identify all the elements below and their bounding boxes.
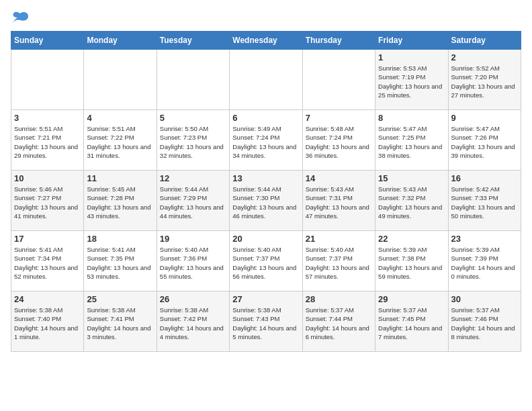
day-number: 25 — [87, 294, 153, 304]
day-number: 28 — [306, 294, 372, 304]
calendar-cell: 28Sunrise: 5:37 AM Sunset: 7:44 PM Dayli… — [302, 291, 375, 352]
day-info: Sunrise: 5:45 AM Sunset: 7:28 PM Dayligh… — [87, 185, 153, 220]
day-number: 13 — [232, 173, 299, 183]
calendar-cell: 14Sunrise: 5:43 AM Sunset: 7:31 PM Dayli… — [302, 171, 375, 231]
day-info: Sunrise: 5:40 AM Sunset: 7:36 PM Dayligh… — [160, 245, 226, 281]
calendar-table: SundayMondayTuesdayWednesdayThursdayFrid… — [11, 31, 521, 352]
calendar-cell: 21Sunrise: 5:40 AM Sunset: 7:37 PM Dayli… — [302, 231, 375, 291]
day-info: Sunrise: 5:44 AM Sunset: 7:30 PM Dayligh… — [232, 185, 299, 220]
day-number: 10 — [14, 173, 81, 183]
day-number: 30 — [451, 294, 518, 304]
day-number: 4 — [87, 113, 153, 123]
column-header-tuesday: Tuesday — [157, 32, 229, 50]
day-info: Sunrise: 5:41 AM Sunset: 7:34 PM Dayligh… — [14, 245, 81, 281]
calendar-cell: 16Sunrise: 5:42 AM Sunset: 7:33 PM Dayli… — [448, 171, 521, 231]
week-row-1: 1Sunrise: 5:53 AM Sunset: 7:19 PM Daylig… — [11, 50, 521, 110]
day-number: 18 — [87, 234, 153, 244]
day-info: Sunrise: 5:44 AM Sunset: 7:29 PM Dayligh… — [160, 185, 226, 220]
calendar-cell: 30Sunrise: 5:37 AM Sunset: 7:46 PM Dayli… — [448, 291, 521, 352]
day-number: 11 — [87, 173, 153, 183]
day-info: Sunrise: 5:37 AM Sunset: 7:45 PM Dayligh… — [378, 306, 445, 341]
calendar-cell: 13Sunrise: 5:44 AM Sunset: 7:30 PM Dayli… — [230, 171, 302, 231]
calendar-cell: 12Sunrise: 5:44 AM Sunset: 7:29 PM Dayli… — [157, 171, 229, 231]
day-number: 29 — [378, 294, 445, 304]
calendar-cell: 15Sunrise: 5:43 AM Sunset: 7:32 PM Dayli… — [375, 171, 448, 231]
column-header-wednesday: Wednesday — [230, 32, 302, 50]
day-info: Sunrise: 5:37 AM Sunset: 7:46 PM Dayligh… — [451, 306, 518, 341]
column-header-saturday: Saturday — [448, 32, 521, 50]
day-number: 26 — [160, 294, 226, 304]
day-number: 5 — [160, 113, 226, 123]
day-number: 8 — [378, 113, 445, 123]
calendar-cell: 20Sunrise: 5:40 AM Sunset: 7:37 PM Dayli… — [230, 231, 302, 291]
day-number: 2 — [451, 52, 518, 62]
calendar-cell: 29Sunrise: 5:37 AM Sunset: 7:45 PM Dayli… — [375, 291, 448, 352]
day-number: 19 — [160, 234, 226, 244]
calendar-cell: 26Sunrise: 5:38 AM Sunset: 7:42 PM Dayli… — [157, 291, 229, 352]
day-info: Sunrise: 5:46 AM Sunset: 7:27 PM Dayligh… — [14, 185, 81, 220]
day-info: Sunrise: 5:53 AM Sunset: 7:19 PM Dayligh… — [378, 64, 445, 99]
calendar-cell — [302, 50, 375, 110]
calendar-cell: 11Sunrise: 5:45 AM Sunset: 7:28 PM Dayli… — [84, 171, 157, 231]
day-number: 27 — [232, 294, 299, 304]
calendar-cell: 23Sunrise: 5:39 AM Sunset: 7:39 PM Dayli… — [448, 231, 521, 291]
week-row-4: 17Sunrise: 5:41 AM Sunset: 7:34 PM Dayli… — [11, 231, 521, 291]
logo — [11, 11, 32, 26]
day-number: 14 — [306, 173, 372, 183]
logo-bird-icon — [11, 11, 30, 26]
day-number: 22 — [378, 234, 445, 244]
day-info: Sunrise: 5:40 AM Sunset: 7:37 PM Dayligh… — [306, 245, 372, 281]
day-info: Sunrise: 5:38 AM Sunset: 7:40 PM Dayligh… — [14, 306, 81, 341]
day-number: 24 — [14, 294, 81, 304]
day-info: Sunrise: 5:39 AM Sunset: 7:38 PM Dayligh… — [378, 245, 445, 281]
calendar-cell — [84, 50, 157, 110]
calendar-cell: 7Sunrise: 5:48 AM Sunset: 7:24 PM Daylig… — [302, 110, 375, 171]
header — [11, 11, 521, 26]
day-info: Sunrise: 5:38 AM Sunset: 7:42 PM Dayligh… — [160, 306, 226, 341]
day-info: Sunrise: 5:48 AM Sunset: 7:24 PM Dayligh… — [306, 124, 372, 160]
calendar-cell — [11, 50, 84, 110]
day-number: 9 — [451, 113, 518, 123]
day-number: 1 — [378, 52, 445, 62]
day-info: Sunrise: 5:49 AM Sunset: 7:24 PM Dayligh… — [232, 124, 299, 160]
day-number: 23 — [451, 234, 518, 244]
day-info: Sunrise: 5:47 AM Sunset: 7:25 PM Dayligh… — [378, 124, 445, 160]
day-number: 3 — [14, 113, 81, 123]
day-info: Sunrise: 5:38 AM Sunset: 7:41 PM Dayligh… — [87, 306, 153, 341]
calendar-cell: 24Sunrise: 5:38 AM Sunset: 7:40 PM Dayli… — [11, 291, 84, 352]
day-number: 16 — [451, 173, 518, 183]
day-info: Sunrise: 5:38 AM Sunset: 7:43 PM Dayligh… — [232, 306, 299, 341]
week-row-2: 3Sunrise: 5:51 AM Sunset: 7:21 PM Daylig… — [11, 110, 521, 171]
week-row-3: 10Sunrise: 5:46 AM Sunset: 7:27 PM Dayli… — [11, 171, 521, 231]
calendar-cell — [157, 50, 229, 110]
day-info: Sunrise: 5:51 AM Sunset: 7:21 PM Dayligh… — [14, 124, 81, 160]
day-number: 15 — [378, 173, 445, 183]
day-info: Sunrise: 5:50 AM Sunset: 7:23 PM Dayligh… — [160, 124, 226, 160]
day-info: Sunrise: 5:43 AM Sunset: 7:32 PM Dayligh… — [378, 185, 445, 220]
calendar-cell: 3Sunrise: 5:51 AM Sunset: 7:21 PM Daylig… — [11, 110, 84, 171]
day-info: Sunrise: 5:39 AM Sunset: 7:39 PM Dayligh… — [451, 245, 518, 281]
calendar-cell: 9Sunrise: 5:47 AM Sunset: 7:26 PM Daylig… — [448, 110, 521, 171]
column-header-friday: Friday — [375, 32, 448, 50]
day-number: 21 — [306, 234, 372, 244]
day-info: Sunrise: 5:40 AM Sunset: 7:37 PM Dayligh… — [232, 245, 299, 281]
calendar-cell — [230, 50, 302, 110]
day-number: 20 — [232, 234, 299, 244]
calendar-header-row: SundayMondayTuesdayWednesdayThursdayFrid… — [11, 32, 521, 50]
day-number: 6 — [232, 113, 299, 123]
day-info: Sunrise: 5:42 AM Sunset: 7:33 PM Dayligh… — [451, 185, 518, 220]
day-number: 17 — [14, 234, 81, 244]
calendar-cell: 25Sunrise: 5:38 AM Sunset: 7:41 PM Dayli… — [84, 291, 157, 352]
day-number: 12 — [160, 173, 226, 183]
day-info: Sunrise: 5:37 AM Sunset: 7:44 PM Dayligh… — [306, 306, 372, 341]
day-info: Sunrise: 5:41 AM Sunset: 7:35 PM Dayligh… — [87, 245, 153, 281]
calendar-cell: 22Sunrise: 5:39 AM Sunset: 7:38 PM Dayli… — [375, 231, 448, 291]
calendar-cell: 1Sunrise: 5:53 AM Sunset: 7:19 PM Daylig… — [375, 50, 448, 110]
calendar-cell: 8Sunrise: 5:47 AM Sunset: 7:25 PM Daylig… — [375, 110, 448, 171]
day-info: Sunrise: 5:43 AM Sunset: 7:31 PM Dayligh… — [306, 185, 372, 220]
calendar-cell: 18Sunrise: 5:41 AM Sunset: 7:35 PM Dayli… — [84, 231, 157, 291]
day-number: 7 — [306, 113, 372, 123]
calendar-cell: 27Sunrise: 5:38 AM Sunset: 7:43 PM Dayli… — [230, 291, 302, 352]
column-header-monday: Monday — [84, 32, 157, 50]
calendar-cell: 19Sunrise: 5:40 AM Sunset: 7:36 PM Dayli… — [157, 231, 229, 291]
